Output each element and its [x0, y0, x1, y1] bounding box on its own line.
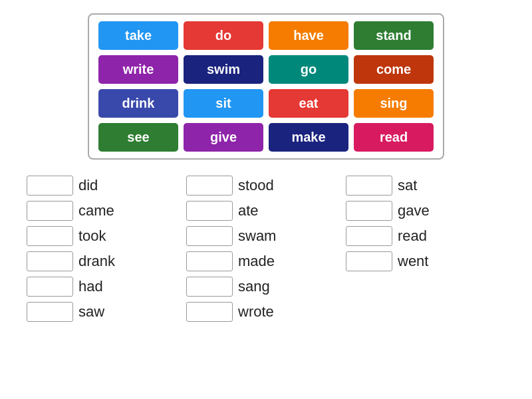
answer-box[interactable]	[186, 302, 233, 322]
tile-go[interactable]: go	[269, 55, 348, 84]
match-row: read	[346, 226, 499, 246]
tile-swim[interactable]: swim	[184, 55, 263, 84]
answer-box[interactable]	[27, 251, 73, 271]
past-word: gave	[398, 202, 430, 219]
match-row: had	[27, 277, 180, 297]
answer-box[interactable]	[27, 226, 73, 246]
tile-read[interactable]: read	[354, 123, 434, 152]
match-row: stood	[186, 176, 339, 196]
word-grid-container: takedohavestandwriteswimgocomedrinksitea…	[88, 13, 444, 160]
match-section: didcametookdrankhadsawstoodateswammadesa…	[27, 176, 505, 322]
past-word: had	[78, 278, 103, 295]
word-grid: takedohavestandwriteswimgocomedrinksitea…	[98, 21, 434, 152]
tile-give[interactable]: give	[184, 123, 263, 152]
answer-box[interactable]	[27, 201, 73, 221]
match-row: took	[27, 226, 180, 246]
answer-box[interactable]	[346, 201, 392, 221]
answer-box[interactable]	[186, 176, 233, 196]
match-column-2: satgavereadwent	[346, 176, 499, 322]
match-row: sat	[346, 176, 499, 196]
tile-sing[interactable]: sing	[354, 89, 434, 118]
past-word: read	[398, 227, 427, 245]
match-row: went	[346, 251, 499, 271]
answer-box[interactable]	[27, 277, 73, 297]
answer-box[interactable]	[346, 251, 392, 271]
answer-box[interactable]	[346, 176, 392, 196]
match-row: drank	[27, 251, 180, 271]
past-word: sang	[238, 278, 270, 295]
tile-make[interactable]: make	[269, 123, 348, 152]
match-row: made	[186, 251, 339, 271]
past-word: drank	[78, 253, 115, 270]
past-word: sat	[398, 177, 417, 194]
past-word: made	[238, 253, 275, 270]
past-word: took	[78, 227, 106, 245]
past-word: swam	[238, 227, 276, 245]
tile-eat[interactable]: eat	[269, 89, 348, 118]
past-word: stood	[238, 177, 274, 194]
tile-write[interactable]: write	[98, 55, 178, 84]
tile-drink[interactable]: drink	[98, 89, 178, 118]
answer-box[interactable]	[186, 226, 233, 246]
tile-sit[interactable]: sit	[184, 89, 263, 118]
match-row: gave	[346, 201, 499, 221]
match-row: came	[27, 201, 180, 221]
match-column-0: didcametookdrankhadsaw	[27, 176, 180, 322]
tile-do[interactable]: do	[184, 21, 263, 50]
answer-box[interactable]	[186, 277, 233, 297]
match-row: swam	[186, 226, 339, 246]
answer-box[interactable]	[27, 176, 73, 196]
past-word: went	[398, 253, 428, 270]
match-column-1: stoodateswammadesangwrote	[186, 176, 339, 322]
match-row: saw	[27, 302, 180, 322]
answer-box[interactable]	[346, 226, 392, 246]
match-row: sang	[186, 277, 339, 297]
tile-stand[interactable]: stand	[354, 21, 434, 50]
answer-box[interactable]	[27, 302, 73, 322]
answer-box[interactable]	[186, 251, 233, 271]
match-row: ate	[186, 201, 339, 221]
past-word: did	[78, 177, 98, 194]
match-row: wrote	[186, 302, 339, 322]
past-word: saw	[78, 303, 104, 321]
answer-box[interactable]	[186, 201, 233, 221]
tile-take[interactable]: take	[98, 21, 178, 50]
tile-have[interactable]: have	[269, 21, 348, 50]
past-word: wrote	[238, 303, 274, 321]
match-row: did	[27, 176, 180, 196]
past-word: ate	[238, 202, 259, 219]
past-word: came	[78, 202, 114, 219]
tile-see[interactable]: see	[98, 123, 178, 152]
tile-come[interactable]: come	[354, 55, 434, 84]
